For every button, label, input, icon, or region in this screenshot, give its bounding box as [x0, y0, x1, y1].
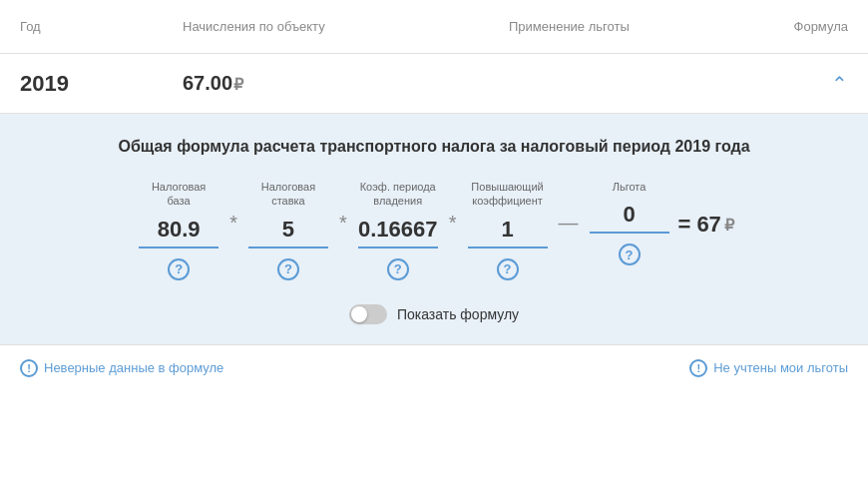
operator-0: * — [223, 180, 243, 235]
formula-underline-1 — [248, 247, 328, 249]
toggle-label: Показать формулу — [397, 306, 519, 322]
operator-2: * — [443, 180, 463, 235]
formula-label-2: Коэф. периодавладения — [353, 180, 443, 209]
formula-underline-2 — [358, 247, 438, 249]
header-benefit: Применение льготы — [509, 19, 728, 34]
benefits-not-counted-label: Не учтены мои льготы — [713, 360, 848, 375]
formula-value-2: 0.16667 — [358, 217, 438, 243]
header-formula: Формула — [728, 19, 848, 34]
table-header: Год Начисления по объекту Применение льг… — [0, 0, 868, 54]
help-icon-0[interactable]: ? — [168, 258, 190, 280]
formula-col-3: Повышающийкоэффициент 1 ? — [463, 180, 553, 280]
toggle-row: Показать формулу — [20, 304, 848, 324]
show-formula-toggle[interactable] — [349, 304, 387, 324]
footer-row: ! Неверные данные в формуле ! Не учтены … — [0, 344, 868, 391]
formula-underline-0 — [139, 247, 218, 249]
year-value: 2019 — [20, 71, 183, 97]
formula-label-4: Льгота — [585, 180, 674, 194]
help-icon-3[interactable]: ? — [497, 258, 519, 280]
operator-3: — — [553, 180, 585, 235]
equals-sign: = — [678, 212, 691, 238]
operator-1: * — [333, 180, 353, 235]
result-ruble: ₽ — [724, 216, 734, 235]
formula-title: Общая формула расчета транспортного нало… — [20, 138, 848, 156]
header-year: Год — [20, 19, 183, 34]
info-icon-1: ! — [20, 359, 38, 377]
accruals-value: 67.00₽ — [183, 72, 509, 95]
formula-value-4: 0 — [623, 202, 635, 228]
formula-underline-4 — [590, 232, 669, 234]
data-row: 2019 67.00₽ ⌃ — [0, 54, 868, 114]
incorrect-data-label: Неверные данные в формуле — [44, 360, 223, 375]
formula-underline-3 — [468, 247, 548, 249]
formula-calc: Налоговаябаза 80.9 ? * Налоговаяставка 5… — [20, 180, 848, 280]
help-icon-2[interactable]: ? — [387, 258, 409, 280]
benefits-not-counted-link[interactable]: ! Не учтены мои льготы — [689, 359, 848, 377]
help-icon-4[interactable]: ? — [619, 244, 641, 265]
formula-value-3: 1 — [501, 217, 513, 243]
formula-value-1: 5 — [282, 217, 294, 243]
ruble-symbol: ₽ — [233, 76, 243, 93]
header-accruals: Начисления по объекту — [183, 19, 509, 34]
formula-col-4: Льгота 0 ? — [585, 180, 674, 265]
incorrect-data-link[interactable]: ! Неверные данные в формуле — [20, 359, 223, 377]
formula-label-1: Налоговаяставка — [243, 180, 333, 209]
result-value: 67 — [696, 212, 720, 238]
equals-area: = 67 ₽ — [678, 180, 734, 238]
formula-col-1: Налоговаяставка 5 ? — [243, 180, 333, 280]
info-icon-2: ! — [689, 359, 707, 377]
formula-value-0: 80.9 — [158, 217, 201, 243]
chevron-up-icon[interactable]: ⌃ — [831, 72, 848, 96]
formula-label-0: Налоговаябаза — [134, 180, 223, 209]
formula-col-0: Налоговаябаза 80.9 ? — [134, 180, 223, 280]
chevron-area: ⌃ — [728, 72, 848, 96]
formula-col-2: Коэф. периодавладения 0.16667 ? — [353, 180, 443, 280]
formula-section: Общая формула расчета транспортного нало… — [0, 114, 868, 344]
formula-label-3: Повышающийкоэффициент — [463, 180, 553, 209]
help-icon-1[interactable]: ? — [277, 258, 299, 280]
